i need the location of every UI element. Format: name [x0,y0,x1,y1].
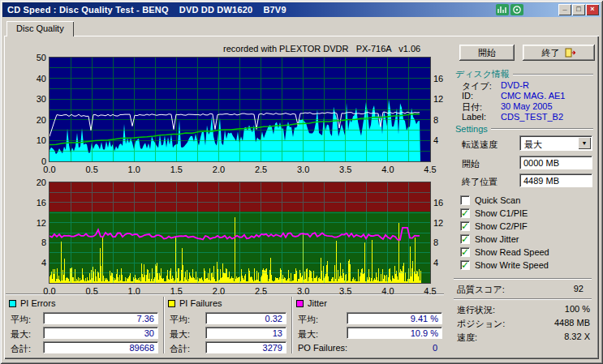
checkbox-label: Show C2/PIF [475,221,528,231]
speed-status-label: 速度: [457,332,477,344]
top-chart-x-tick: 2.5 [250,165,273,174]
graph-icon[interactable] [496,4,509,15]
top-chart-x-tick: 1.5 [165,165,187,174]
close-button[interactable]: × [586,4,599,15]
top-chart-x-tick: 2.0 [207,165,230,174]
stat-value-field: 13 [205,327,286,339]
stat-row: 最大: 10.9 % [295,327,444,340]
top-chart-y-right-tick: 4 [433,135,451,145]
pif-chart-frame [49,182,431,284]
bottom-chart-y-left-tick: 4 [24,258,46,268]
bottom-chart-x-tick: 4.5 [419,286,441,296]
stat-label: PO Failures: [298,343,347,353]
maximize-button[interactable]: □ [572,4,585,15]
stat-title: Jitter [308,298,327,308]
checkbox-show-jitter[interactable]: ✓Show Jitter [460,234,595,246]
stat-title: PI Errors [20,298,55,308]
progress-row: 進行状況: 100 % [452,304,595,315]
stat-value-field: 10.9 % [347,327,442,339]
stat-row: 平均: 9.41 % [295,312,444,325]
stat-row: 合計: 89668 [7,341,160,354]
pie-speed-chart [50,58,430,161]
bottom-chart-y-left-tick: 8 [24,238,46,247]
speed-status-row: 速度: 8.32 X [452,332,595,342]
checkbox-show-write-speed[interactable]: ✓Show Write Speed [460,260,595,272]
checkbox-label: Show Read Speed [475,247,549,257]
top-chart-y-left-tick: 30 [24,94,46,104]
stat-value-field: 7.36 [43,312,158,324]
top-chart-y-left-tick: 50 [24,53,46,62]
checkbox-box[interactable]: ✓ [460,234,470,244]
top-chart-x-tick: 3.0 [292,165,315,174]
stat-value-field: 30 [43,327,158,339]
checkbox-label: Quick Scan [475,195,520,205]
bottom-chart-x-tick: 3.0 [292,286,315,296]
stat-label: 平均: [11,314,31,326]
stat-row: 平均: 0.32 [166,312,288,325]
divider [454,278,592,280]
minimize-button[interactable]: _ [558,4,571,15]
pif-jitter-chart [50,182,430,283]
quality-score-row: 品質スコア: 92 [452,284,595,294]
bottom-chart-x-tick: 1.5 [165,286,187,296]
window-title: CD Speed : Disc Quality Test - BENQ DVD … [7,5,286,15]
pi-errors-panel: PI Errors 平均: 7.36 最大: 30 合計: 89668 [7,297,160,355]
pi-errors-swatch [9,300,16,307]
titlebar[interactable]: CD Speed : Disc Quality Test - BENQ DVD … [2,2,601,17]
checkbox-show-c2-pif[interactable]: ✓Show C2/PIF [460,221,595,233]
checkbox-box[interactable]: ✓ [460,208,470,218]
pi-failures-swatch [168,300,175,307]
bottom-chart-x-tick: 0.0 [38,286,61,296]
checkbox-box[interactable]: ✓ [460,247,470,257]
checkbox-show-read-speed[interactable]: ✓Show Read Speed [460,247,595,259]
progress-value: 100 % [565,304,590,314]
checkbox-show-c1-pie[interactable]: ✓Show C1/PIE [460,208,595,220]
progress-label: 進行状況: [457,304,495,316]
top-chart-y-right-tick: 8 [433,115,451,125]
stat-row: 平均: 7.36 [7,312,160,325]
tab-disc-quality[interactable]: Disc Quality [6,21,74,36]
stat-value-field: 89668 [43,341,158,353]
recorded-with-label: recorded with PLEXTOR DVDR PX-716A v1.06 [223,44,420,54]
bottom-chart-y-left-tick: 16 [24,198,46,208]
top-chart-x-tick: 3.5 [334,165,357,174]
quality-score-label: 品質スコア: [457,284,505,296]
divider [291,297,293,353]
disc-quality-panel: recorded with PLEXTOR DVDR PX-716A v1.06… [4,36,599,359]
bottom-chart-x-tick: 2.5 [250,286,273,296]
pie-chart-frame [49,57,431,162]
stat-label: 平均: [170,314,190,326]
disc-icon[interactable] [510,4,523,15]
top-chart-y-left-tick: 20 [24,115,46,125]
position-value: 4488 MB [554,318,590,328]
checkbox-box[interactable] [460,195,470,205]
control-panel: 開始 終了 ディスク情報 タイプ: DVD-R ID: CMC MAG. AE1… [452,39,595,357]
stat-row: 最大: 30 [7,327,160,340]
stat-label: 最大: [298,328,318,340]
bottom-chart-x-tick: 1.0 [123,286,145,296]
checkbox-label: Show Write Speed [475,260,549,270]
top-chart-x-tick: 0.5 [80,165,103,174]
po-failures-value: 0 [433,343,437,353]
position-label: ポジション: [457,318,505,330]
checkbox-quick-scan[interactable]: Quick Scan [460,195,595,207]
jitter-swatch [296,300,304,307]
app-window: CD Speed : Disc Quality Test - BENQ DVD … [0,0,603,364]
bottom-chart-y-right-tick: 12 [433,218,451,228]
bottom-chart-y-right-tick: 8 [433,238,451,247]
divider [454,298,592,300]
stat-label: 合計: [170,343,190,355]
stat-row: 合計: 3279 [166,341,288,354]
top-chart-x-tick: 4.0 [377,165,399,174]
jitter-panel: Jitter 平均: 9.41 % 最大: 10.9 % PO Failures… [295,297,444,355]
bottom-chart-x-tick: 2.0 [207,286,230,296]
checkbox-box[interactable]: ✓ [460,221,470,231]
bottom-chart-y-left-tick: 12 [24,218,46,228]
bottom-chart-y-left-tick: 20 [24,178,46,187]
checkbox-label: Show Jitter [475,234,519,244]
speed-status-value: 8.32 X [564,332,590,341]
stat-label: 合計: [11,343,31,355]
checkbox-box[interactable]: ✓ [460,260,470,270]
stat-value-field: 3279 [205,341,286,353]
stat-label: 最大: [11,328,31,340]
